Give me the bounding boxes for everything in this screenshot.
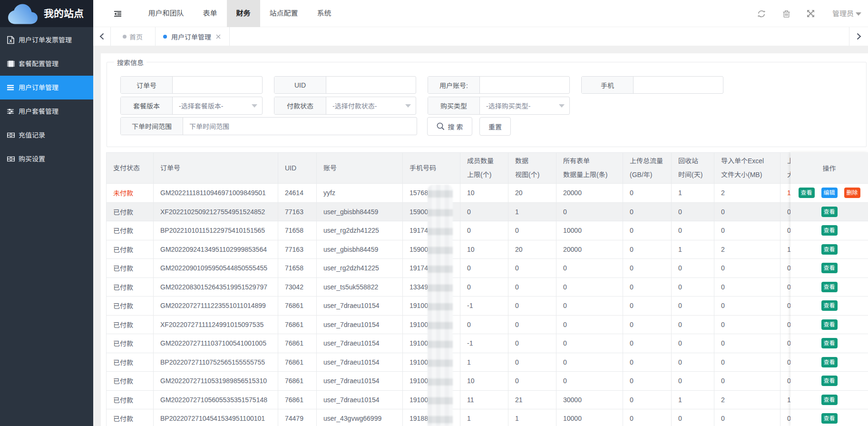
svg-text:1: 1: [10, 158, 12, 161]
svg-text:X: X: [9, 39, 12, 43]
svg-text:1: 1: [10, 134, 12, 137]
